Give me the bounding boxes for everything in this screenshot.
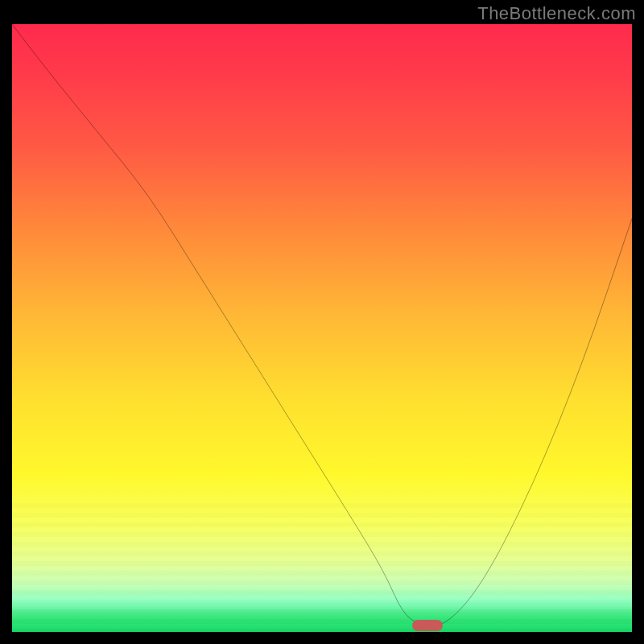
chart-frame: TheBottleneck.com bbox=[0, 0, 644, 644]
plot-area bbox=[12, 24, 632, 632]
optimal-marker bbox=[412, 620, 443, 631]
bottleneck-curve bbox=[12, 24, 632, 632]
watermark-text: TheBottleneck.com bbox=[477, 3, 636, 24]
